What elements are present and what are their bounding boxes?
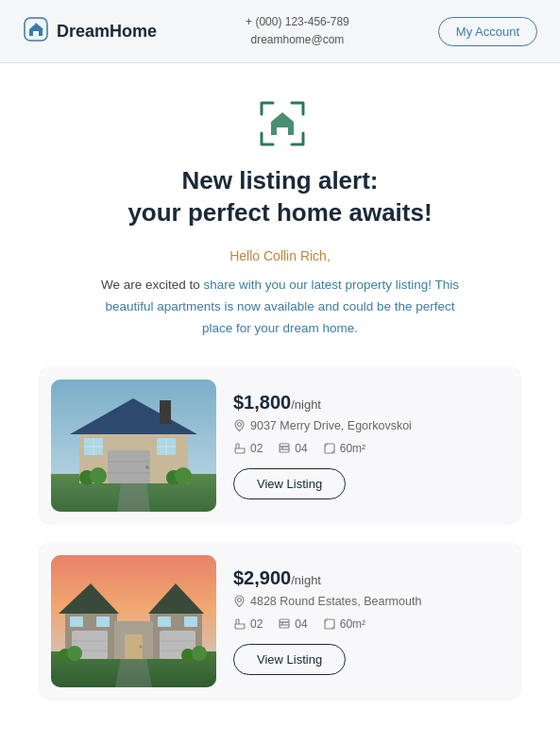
header: DreamHome + (000) 123-456-789 dreamhome@…: [0, 0, 560, 63]
highlight2: dream home.: [283, 321, 359, 335]
area-icon-1: [323, 442, 336, 455]
svg-point-41: [140, 645, 143, 648]
svg-point-10: [145, 465, 149, 469]
svg-rect-43: [96, 616, 110, 627]
description-text: We are excited to share with you our lat…: [92, 275, 469, 340]
listing-address-1: 9037 Merry Drive, Egorkovskoi: [233, 419, 509, 432]
bed-icon-2: [278, 617, 291, 631]
home-logo-icon: [23, 16, 49, 46]
svg-point-18: [90, 467, 107, 484]
listing-image-2: [51, 555, 216, 687]
bed-icon-1: [278, 442, 291, 455]
listing-features-1: 02 04: [233, 442, 509, 455]
svg-point-20: [175, 467, 192, 484]
email-address: dreamhome@com: [246, 31, 349, 49]
logo-area: DreamHome: [23, 16, 157, 46]
location-icon-2: [233, 595, 246, 607]
main-heading: New listing alert: your perfect home awa…: [38, 165, 522, 229]
bath-feature-2: 02: [233, 617, 263, 631]
bed-feature-2: 04: [278, 617, 307, 631]
scan-home-icon: [252, 93, 309, 150]
bath-feature-1: 02: [233, 442, 263, 455]
bed-feature-1: 04: [278, 442, 307, 455]
phone-number: + (000) 123-456-789: [246, 13, 349, 31]
bath-icon-1: [233, 442, 246, 455]
area-feature-1: 60m²: [323, 442, 365, 455]
area-icon-2: [323, 617, 336, 631]
main-content: New listing alert: your perfect home awa…: [0, 63, 560, 743]
listing-details-1: $1,800/night 9037 Merry Drive, Egorkovsk…: [233, 392, 509, 499]
svg-rect-44: [158, 616, 171, 627]
highlight1: share with you our latest property listi…: [106, 278, 460, 335]
bath-icon-2: [233, 617, 246, 631]
svg-rect-42: [70, 616, 83, 627]
scan-icon-container: [38, 93, 522, 150]
email-wrapper: DreamHome + (000) 123-456-789 dreamhome@…: [0, 0, 560, 743]
view-listing-button-2[interactable]: View Listing: [233, 644, 346, 675]
location-icon-1: [233, 419, 246, 431]
listing-features-2: 02 04: [233, 617, 509, 631]
svg-rect-21: [51, 483, 216, 512]
svg-rect-50: [51, 661, 216, 687]
contact-info: + (000) 123-456-789 dreamhome@com: [246, 13, 349, 49]
svg-rect-7: [108, 450, 150, 483]
svg-rect-24: [280, 444, 289, 447]
svg-point-47: [67, 646, 82, 661]
listing-card-1: $1,800/night 9037 Merry Drive, Egorkovsk…: [38, 366, 522, 525]
listing-image-1: [51, 380, 216, 512]
listing-price-2: $2,900/night: [233, 567, 509, 589]
svg-point-49: [192, 646, 207, 661]
area-feature-2: 60m²: [323, 617, 365, 631]
svg-rect-45: [184, 616, 197, 627]
view-listing-button-1[interactable]: View Listing: [233, 468, 346, 499]
svg-rect-6: [160, 400, 171, 424]
svg-point-51: [238, 599, 242, 602]
listing-address-2: 4828 Round Estates, Bearmouth: [233, 595, 509, 608]
logo-text: DreamHome: [57, 22, 157, 42]
svg-rect-53: [280, 619, 289, 622]
listing-price-1: $1,800/night: [233, 392, 509, 414]
listing-details-2: $2,900/night 4828 Round Estates, Bearmou…: [233, 567, 509, 675]
greeting-text: Hello Collin Rich,: [38, 248, 522, 263]
my-account-button[interactable]: My Account: [438, 17, 537, 46]
listing-card-2: $2,900/night 4828 Round Estates, Bearmou…: [38, 542, 522, 701]
svg-point-22: [238, 423, 242, 427]
